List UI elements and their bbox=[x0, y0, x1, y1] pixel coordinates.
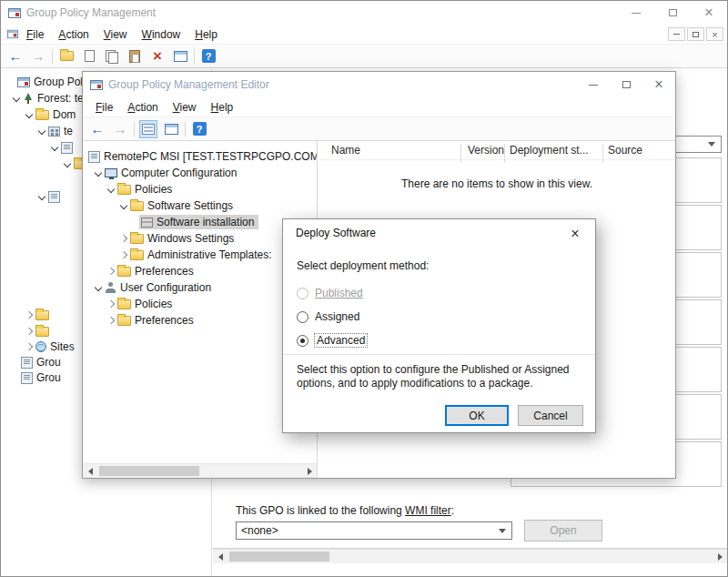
chevron-down-icon[interactable] bbox=[119, 201, 128, 210]
forest-icon bbox=[23, 93, 34, 104]
menu-view[interactable]: View bbox=[166, 99, 204, 116]
show-console-tree-icon[interactable] bbox=[139, 120, 157, 138]
minimize-button[interactable] bbox=[618, 1, 654, 25]
menu-action[interactable]: Action bbox=[120, 99, 165, 116]
chevron-down-icon[interactable] bbox=[94, 168, 103, 177]
horizontal-scrollbar[interactable] bbox=[213, 549, 727, 563]
editor-app-icon bbox=[90, 80, 103, 90]
radio-label-published: Published bbox=[315, 287, 363, 299]
column-version[interactable]: Version bbox=[468, 144, 504, 157]
radio-button-advanced[interactable] bbox=[297, 335, 308, 347]
close-button[interactable] bbox=[691, 1, 727, 25]
chevron-down-icon[interactable] bbox=[12, 94, 21, 103]
window-icon[interactable] bbox=[162, 120, 180, 138]
chevron-right-icon[interactable] bbox=[106, 316, 116, 325]
forward-icon[interactable] bbox=[111, 120, 129, 138]
child-restore-icon[interactable] bbox=[687, 27, 704, 41]
radio-button-published[interactable] bbox=[297, 288, 308, 299]
chevron-right-icon[interactable] bbox=[119, 234, 128, 243]
chevron-down-icon[interactable] bbox=[106, 185, 116, 194]
modeling-icon bbox=[21, 357, 33, 369]
wmi-filter-dropdown[interactable]: <none> bbox=[236, 521, 512, 540]
chevron-right-icon[interactable] bbox=[106, 267, 116, 276]
minimize-button[interactable] bbox=[577, 72, 610, 97]
tree-item-software-settings[interactable]: Software Settings bbox=[83, 197, 317, 214]
tree-horizontal-scrollbar[interactable] bbox=[83, 463, 317, 478]
domain-icon bbox=[48, 127, 60, 137]
dialog-titlebar: Deploy Software bbox=[283, 219, 595, 247]
maximize-button[interactable] bbox=[654, 1, 691, 25]
column-separator[interactable] bbox=[602, 144, 603, 163]
chevron-right-icon[interactable] bbox=[106, 299, 116, 309]
folder-icon bbox=[117, 267, 131, 277]
scroll-left-icon[interactable] bbox=[83, 464, 97, 478]
up-folder-icon[interactable] bbox=[57, 47, 76, 66]
forward-icon[interactable] bbox=[29, 47, 47, 66]
scroll-left-icon[interactable] bbox=[213, 550, 228, 564]
maximize-button[interactable] bbox=[610, 72, 642, 97]
menu-window[interactable]: Window bbox=[135, 26, 188, 43]
radio-assigned[interactable]: Assigned bbox=[297, 309, 359, 325]
menu-action[interactable]: Action bbox=[51, 26, 96, 43]
selected-item-highlight: Software installation bbox=[139, 215, 258, 229]
menu-file[interactable]: File bbox=[19, 26, 51, 43]
folder-icon bbox=[35, 310, 49, 320]
radio-published[interactable]: Published bbox=[297, 285, 363, 301]
toolbar-separator bbox=[194, 49, 195, 64]
computer-icon bbox=[105, 168, 117, 177]
chevron-down-icon[interactable] bbox=[50, 143, 59, 152]
tree-item-computer-configuration[interactable]: Computer Configuration bbox=[83, 165, 317, 181]
folder-icon bbox=[130, 234, 144, 244]
window-icon[interactable] bbox=[171, 47, 189, 66]
scrollbar-thumb[interactable] bbox=[229, 552, 329, 562]
column-separator[interactable] bbox=[504, 144, 505, 163]
chevron-down-icon bbox=[703, 137, 720, 151]
scrollbar-thumb[interactable] bbox=[99, 466, 199, 476]
child-minimize-icon[interactable] bbox=[668, 27, 685, 41]
open-button[interactable]: Open bbox=[524, 520, 602, 542]
close-icon[interactable] bbox=[566, 225, 584, 243]
editor-titlebar: Group Policy Management Editor bbox=[83, 72, 675, 97]
paste-icon[interactable] bbox=[126, 47, 144, 66]
column-name[interactable]: Name bbox=[331, 144, 360, 157]
radio-button-assigned[interactable] bbox=[297, 311, 308, 323]
menu-file[interactable]: File bbox=[88, 99, 120, 116]
console-icon bbox=[7, 30, 18, 38]
scroll-right-icon[interactable] bbox=[713, 550, 727, 564]
help-icon[interactable] bbox=[199, 47, 217, 66]
chevron-right-icon[interactable] bbox=[25, 310, 34, 319]
help-icon[interactable] bbox=[190, 120, 208, 138]
cancel-button[interactable]: Cancel bbox=[518, 405, 583, 426]
sites-icon bbox=[35, 341, 46, 352]
child-close-icon[interactable] bbox=[706, 27, 723, 41]
chevron-right-icon[interactable] bbox=[25, 327, 34, 336]
editor-window-controls bbox=[577, 72, 675, 97]
menu-help[interactable]: Help bbox=[187, 26, 225, 43]
back-icon[interactable] bbox=[88, 120, 106, 138]
column-deployment-state[interactable]: Deployment st... bbox=[510, 144, 589, 157]
menu-view[interactable]: View bbox=[96, 26, 135, 43]
column-separator[interactable] bbox=[460, 144, 461, 163]
chevron-down-icon[interactable] bbox=[63, 159, 72, 168]
chevron-down-icon[interactable] bbox=[25, 110, 34, 119]
chevron-down-icon[interactable] bbox=[37, 127, 46, 136]
close-button[interactable] bbox=[642, 72, 675, 97]
chevron-down-icon[interactable] bbox=[37, 192, 46, 201]
tree-item-policies[interactable]: Policies bbox=[83, 181, 317, 197]
chevron-right-icon[interactable] bbox=[25, 342, 34, 351]
toolbar-separator bbox=[185, 122, 186, 137]
back-icon[interactable] bbox=[6, 47, 25, 66]
menu-help[interactable]: Help bbox=[204, 99, 241, 116]
radio-advanced[interactable]: Advanced bbox=[297, 332, 367, 349]
ok-button[interactable]: OK bbox=[445, 405, 509, 426]
scroll-right-icon[interactable] bbox=[302, 464, 317, 478]
chevron-right-icon[interactable] bbox=[119, 250, 128, 259]
delete-icon[interactable] bbox=[148, 47, 167, 66]
copy-icon[interactable] bbox=[103, 47, 121, 66]
chevron-down-icon[interactable] bbox=[94, 283, 103, 292]
gpo-icon bbox=[88, 151, 100, 163]
export-list-icon[interactable] bbox=[80, 47, 98, 66]
tree-item-gpo-root[interactable]: RemotePC MSI [TEST.TESTRPCGPO.COM] P bbox=[83, 148, 317, 165]
results-icon bbox=[21, 372, 33, 384]
column-source[interactable]: Source bbox=[608, 144, 642, 157]
